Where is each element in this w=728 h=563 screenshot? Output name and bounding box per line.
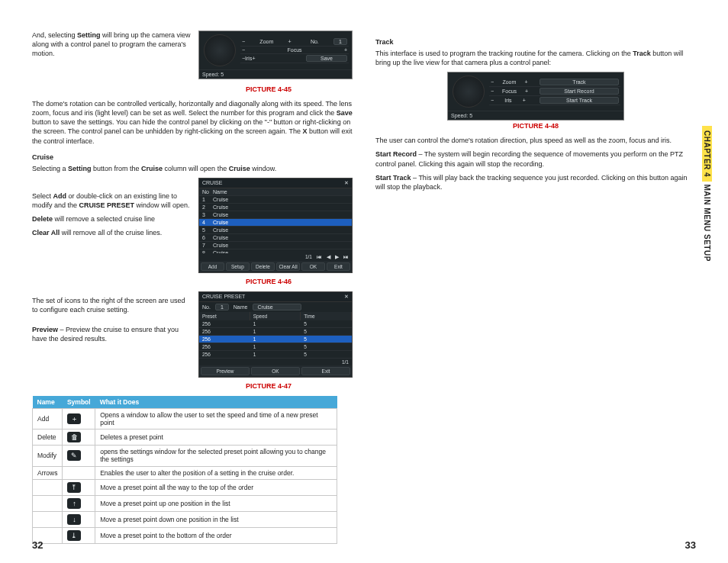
list-item: 4Cruise <box>199 219 352 227</box>
track-p2: The user can control the dome's rotation… <box>375 136 696 145</box>
close-icon: ✕ <box>344 180 349 186</box>
page-last-icon: ⏭ <box>343 254 349 260</box>
dialog-button[interactable]: Add <box>201 262 224 271</box>
ptz-dial-icon <box>204 34 236 66</box>
table-row: Modify✎opens the settings window for the… <box>33 446 337 466</box>
list-item: 6Cruise <box>199 234 352 242</box>
dialog-button[interactable]: Clear All <box>276 262 300 271</box>
dialog-button[interactable]: Delete <box>251 262 275 271</box>
ptz-dial-icon <box>453 76 485 108</box>
table-row: ⤓Move a preset point to the bottom of th… <box>33 527 337 543</box>
table-row: ↑Move a preset point up one position in … <box>33 495 337 511</box>
dialog-button[interactable]: Preview <box>201 367 250 375</box>
caption-4-45: PICTURE 4-45 <box>185 85 353 93</box>
list-item: 3Cruise <box>199 211 352 219</box>
figure-4-45: −Zoom+No.1 −Focus+ −Iris+Save Speed: 5 <box>198 31 353 79</box>
table-row: ⤒Move a preset point all the way to the … <box>33 479 337 495</box>
list-item: 2Cruise <box>199 204 352 211</box>
table-row: ↓Move a preset point down one position i… <box>33 511 337 527</box>
start-record-button[interactable]: Start Record <box>540 88 619 95</box>
table-row: 25615 <box>199 336 352 343</box>
figure-4-46: CRUISE✕ NoName 1Cruise2Cruise3Cruise4Cru… <box>198 178 353 273</box>
left-column: −Zoom+No.1 −Focus+ −Iris+Save Speed: 5 A… <box>32 31 353 544</box>
icon-table: Name Symbol What it Does Add＋Opens a win… <box>32 396 337 544</box>
page-first-icon: ⏮ <box>317 254 322 260</box>
table-row: 25615 <box>199 351 352 359</box>
table-row: 25615 <box>199 320 352 328</box>
dialog-button[interactable]: Exit <box>327 262 350 271</box>
caption-4-46: PICTURE 4-46 <box>185 278 353 285</box>
start-record-para: Start Record – The system will begin rec… <box>375 150 696 168</box>
figure-4-48: −Zoom+Track −Focus+Start Record −Iris+St… <box>447 72 624 121</box>
symbol-icon: 🗑 <box>67 432 81 442</box>
cruise-heading: Cruise <box>32 153 353 161</box>
list-item: 1Cruise <box>199 196 352 204</box>
symbol-icon: ⤒ <box>67 482 81 493</box>
list-item: 7Cruise <box>199 242 352 249</box>
save-button[interactable]: Save <box>306 55 347 62</box>
dialog-button[interactable]: Exit <box>301 367 350 375</box>
table-row: ArrowsEnables the user to alter the posi… <box>33 466 337 479</box>
chapter-tab: CHAPTER 4 MAIN MENU SETUP <box>703 126 711 262</box>
track-heading: Track <box>375 38 696 46</box>
start-track-button[interactable]: Start Track <box>540 97 619 104</box>
symbol-icon: ✎ <box>67 450 81 461</box>
table-row: Add＋Opens a window to allow the user to … <box>33 408 337 429</box>
track-p1: This interface is used to program the tr… <box>375 49 696 67</box>
list-item: 5Cruise <box>199 227 352 234</box>
start-track-para: Start Track – This will play back the tr… <box>375 173 696 191</box>
dialog-button[interactable]: OK <box>301 262 325 271</box>
symbol-icon: ⤓ <box>67 530 81 541</box>
dialog-button[interactable]: Setup <box>226 262 250 271</box>
table-row: 25615 <box>199 343 352 351</box>
table-row: Delete🗑Deletes a preset point <box>33 429 337 446</box>
symbol-icon: ↑ <box>67 498 81 509</box>
cruise-p1: Selecting a Setting button from the Crui… <box>32 164 353 173</box>
right-column: Track This interface is used to program … <box>375 31 696 544</box>
page-next-icon: ▶ <box>335 254 339 260</box>
close-icon: ✕ <box>344 294 349 300</box>
caption-4-48: PICTURE 4-48 <box>375 122 696 130</box>
dome-paragraph: The dome's rotation can be controlled ve… <box>32 99 353 146</box>
dialog-button[interactable]: OK <box>251 367 300 375</box>
page-number-left: 32 <box>32 539 43 551</box>
figure-4-47: CRUISE PRESET✕ No.1 NameCruise PresetSpe… <box>198 291 353 378</box>
symbol-icon: ↓ <box>67 514 81 525</box>
page-number-right: 33 <box>685 539 696 551</box>
symbol-icon: ＋ <box>67 413 81 424</box>
caption-4-47: PICTURE 4-47 <box>185 382 353 390</box>
table-row: 25615 <box>199 328 352 336</box>
page-prev-icon: ◀ <box>327 254 330 260</box>
